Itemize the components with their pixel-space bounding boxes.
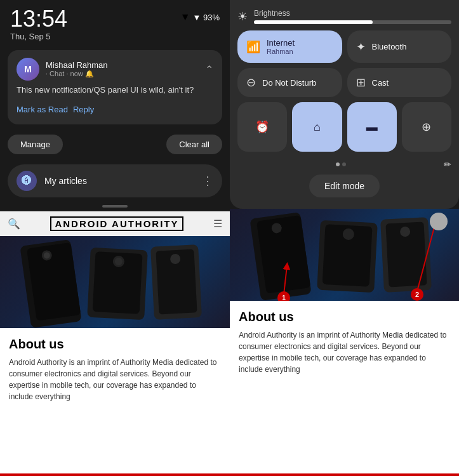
article-content-left: About us Android Authority is an imprint… [0,328,230,473]
qs-dots [237,162,444,166]
status-icons: ▼ ▼ 93% [180,11,220,23]
mark-as-read-button[interactable]: Mark as Read [17,102,68,117]
qs-tile-bluetooth-name: Bluetooth [372,42,407,51]
red-strip-right [230,473,459,476]
article-body-left: Android Authority is an imprint of Autho… [9,357,221,402]
qs-tile-internet-name: Internet [267,38,295,48]
notif-header: M Mishaal Rahman · Chat · now 🔔 ⌃ [17,58,213,81]
qs-tile-bluetooth[interactable]: ✦ Bluetooth [347,30,452,63]
articles-menu-icon[interactable]: ⋮ [202,174,213,188]
reply-button[interactable]: Reply [73,102,94,117]
browser-menu-icon[interactable]: ☰ [213,218,222,230]
cast-icon: ⊞ [356,76,366,89]
qs-tile-dnd[interactable]: ⊖ Do Not Disturb [237,68,342,97]
article-content-right: About us Android Authority is an imprint… [230,301,459,473]
alarm-icon: ⏰ [255,120,269,134]
notif-expand-icon[interactable]: ⌃ [205,63,213,76]
quick-settings: ☀ Brightness 📶 Internet Rahman ✦ Bluet [230,0,459,209]
brightness-icon: ☀ [237,10,248,23]
article-image-svg [0,236,230,328]
notif-body: This new notification/QS panel UI is wil… [17,84,213,96]
qs-tile-cast-name: Cast [372,78,389,88]
browser-logo: ANDROID AUTHORITY [50,216,183,231]
qs-tile-bluetooth-info: Bluetooth [372,42,407,51]
time: 13:54 [10,8,67,30]
qs-tile-alarm[interactable]: ⏰ [237,102,287,152]
notif-bottom-actions: Manage Clear all [8,135,222,154]
qs-tile-cast[interactable]: ⊞ Cast [347,68,452,97]
qs-tile-dnd-name: Do Not Disturb [262,78,316,88]
article-image-left [0,236,230,328]
notif-actions: Mark as Read Reply [17,102,213,117]
qs-footer: ✏ [237,157,451,175]
right-panel: ☀ Brightness 📶 Internet Rahman ✦ Bluet [230,0,459,476]
date: Thu, Sep 5 [10,32,67,41]
qs-tiles-row3: ⏰ ⌂ ▬ ⊕ [237,102,451,152]
time-block: 13:54 Thu, Sep 5 [10,8,67,41]
extra-icon: ⊕ [422,120,431,134]
dnd-icon: ⊖ [246,76,256,89]
notif-title-block: Mishaal Rahman · Chat · now 🔔 [46,60,199,78]
article-title-right: About us [239,310,450,324]
status-bar: 13:54 Thu, Sep 5 ▼ ▼ 93% [0,0,230,44]
search-icon[interactable]: 🔍 [8,218,20,230]
notif-meta: · Chat · now 🔔 [46,70,199,78]
browser-bar: 🔍 ANDROID AUTHORITY ☰ [0,211,230,236]
battery-icon: ▼ [180,11,190,23]
qs-tile-wallet[interactable]: ▬ [347,102,397,152]
qs-tiles-row2: ⊖ Do Not Disturb ⊞ Cast [237,68,451,97]
qs-tiles-row1: 📶 Internet Rahman ✦ Bluetooth [237,30,451,63]
brightness-slider[interactable] [254,20,451,24]
notification-card: M Mishaal Rahman · Chat · now 🔔 ⌃ This n… [8,50,222,124]
phone-group [0,236,230,328]
articles-icon: 🅐 [17,171,37,191]
edit-mode-button[interactable]: Edit mode [309,175,380,197]
brightness-fill [254,20,373,24]
left-panel: 13:54 Thu, Sep 5 ▼ ▼ 93% M Mishaal Rahma… [0,0,230,476]
wifi-icon: 📶 [246,40,260,54]
qs-tile-home[interactable]: ⌂ [292,102,342,152]
avatar: M [17,58,39,81]
my-articles[interactable]: 🅐 My articles ⋮ [8,164,222,197]
edit-pencil-icon[interactable]: ✏ [444,159,451,169]
qs-tile-cast-info: Cast [372,78,389,88]
swipe-handle [102,205,128,208]
qs-tile-extra[interactable]: ⊕ [402,102,451,152]
qs-dot-2 [342,162,346,166]
notif-sender: Mishaal Rahman [46,60,199,70]
qs-tile-internet[interactable]: 📶 Internet Rahman [237,30,342,63]
qs-tile-internet-sub: Rahman [267,48,295,55]
clear-all-button[interactable]: Clear all [166,135,222,154]
article-image-right-svg: 1 2 [230,209,459,301]
red-strip-left [0,473,230,476]
bluetooth-icon: ✦ [356,40,366,54]
battery-level: ▼ 93% [193,13,220,22]
qs-tile-internet-info: Internet Rahman [267,38,295,55]
brightness-row: ☀ Brightness [237,6,451,30]
article-title-left: About us [9,337,221,352]
article-body-right: Android Authority is an imprint of Autho… [239,329,450,375]
brightness-label: Brightness [254,9,451,18]
manage-button[interactable]: Manage [8,135,63,154]
svg-text:2: 2 [415,291,419,298]
qs-dot-1 [336,162,340,166]
article-image-right: 1 2 [230,209,459,301]
articles-label: My articles [44,176,194,186]
wallet-icon: ▬ [366,121,378,134]
home-icon: ⌂ [314,121,321,134]
qs-tile-dnd-info: Do Not Disturb [262,78,316,88]
svg-text:1: 1 [282,294,286,301]
